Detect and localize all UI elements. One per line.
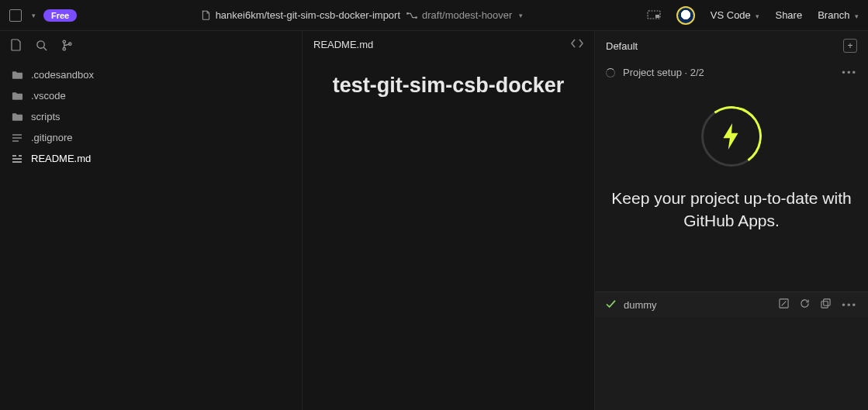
check-icon bbox=[606, 299, 616, 311]
folder-icon bbox=[11, 71, 23, 80]
branch-icon bbox=[406, 11, 417, 20]
editor-tab[interactable]: README.md bbox=[313, 39, 373, 50]
right-panel-body: Keep your project up-to-date with GitHub… bbox=[595, 84, 868, 291]
vscode-button[interactable]: VS Code ▾ bbox=[711, 9, 760, 21]
avatar[interactable] bbox=[676, 6, 695, 25]
editor-body: test-git-sim-csb-docker bbox=[303, 50, 594, 121]
chevron-down-icon[interactable]: ▾ bbox=[32, 12, 36, 19]
setup-progress: 2/2 bbox=[690, 67, 704, 78]
reload-icon[interactable] bbox=[800, 298, 810, 311]
right-panel: Default + Project setup · 2/2 ••• Keep y… bbox=[595, 31, 868, 410]
file-item-label: .gitignore bbox=[31, 132, 72, 143]
lines-icon bbox=[11, 133, 23, 143]
project-setup-row[interactable]: Project setup · 2/2 ••• bbox=[595, 60, 868, 84]
file-item-label: .vscode bbox=[31, 90, 66, 102]
file-item-label: .codesandbox bbox=[31, 69, 94, 81]
plan-badge[interactable]: Free bbox=[43, 9, 77, 22]
topbar: ▾ Free hankei6km/test-git-sim-csb-docker… bbox=[0, 0, 868, 31]
add-panel-button[interactable]: + bbox=[843, 39, 857, 53]
file-item-codesandbox[interactable]: .codesandbox bbox=[0, 64, 302, 85]
popout-icon[interactable] bbox=[821, 298, 831, 311]
svg-rect-3 bbox=[655, 15, 659, 18]
chevron-down-icon: ▾ bbox=[519, 12, 523, 19]
terminal: dummy ••• bbox=[595, 291, 868, 410]
share-button[interactable]: Share bbox=[775, 9, 802, 21]
github-apps-heading: Keep your project up-to-date with GitHub… bbox=[610, 187, 852, 233]
file-item-scripts[interactable]: scripts bbox=[0, 106, 302, 127]
terminal-header: dummy ••• bbox=[595, 292, 868, 317]
search-icon[interactable] bbox=[36, 40, 47, 53]
code-icon[interactable] bbox=[571, 39, 583, 50]
right-panel-title: Default bbox=[606, 40, 638, 52]
branch-name-text: draft/modest-hoover bbox=[422, 9, 512, 21]
file-item-label: scripts bbox=[31, 111, 61, 122]
readme-heading: test-git-sim-csb-docker bbox=[312, 74, 585, 98]
branch-selector[interactable]: draft/modest-hoover ▾ bbox=[406, 9, 523, 21]
spinner-icon bbox=[606, 68, 615, 78]
editor-tabbar: README.md bbox=[303, 31, 594, 50]
file-item-readme[interactable]: README.md bbox=[0, 148, 302, 169]
vscode-label: VS Code bbox=[711, 9, 751, 21]
svg-rect-9 bbox=[821, 301, 828, 308]
devtools-icon[interactable] bbox=[647, 10, 661, 21]
right-panel-header: Default + bbox=[595, 31, 868, 60]
repo-path[interactable]: hankei6km/test-git-sim-csb-docker-import bbox=[201, 9, 400, 21]
file-icon bbox=[201, 10, 211, 20]
svg-point-4 bbox=[37, 40, 44, 47]
svg-point-5 bbox=[63, 40, 65, 43]
terminal-name[interactable]: dummy bbox=[624, 299, 657, 311]
terminal-body[interactable] bbox=[595, 317, 868, 410]
folder-icon bbox=[11, 112, 23, 122]
topbar-left: ▾ Free bbox=[9, 9, 77, 22]
branch-btn-label: Branch bbox=[818, 9, 849, 21]
file-item-gitignore[interactable]: .gitignore bbox=[0, 127, 302, 148]
branch-button[interactable]: Branch ▾ bbox=[818, 9, 859, 21]
file-icon[interactable] bbox=[11, 39, 22, 53]
chevron-down-icon: ▾ bbox=[756, 12, 759, 20]
svg-point-6 bbox=[63, 47, 65, 50]
file-list: .codesandbox .vscode scripts .gitignore … bbox=[0, 61, 302, 172]
editor: README.md test-git-sim-csb-docker bbox=[303, 31, 595, 410]
bolt-progress-icon bbox=[701, 106, 762, 167]
topbar-right: VS Code ▾ Share Branch ▾ bbox=[647, 6, 859, 25]
sidebar-toolbar bbox=[0, 31, 302, 61]
app-menu-icon[interactable] bbox=[9, 9, 22, 22]
readme-icon bbox=[11, 154, 23, 164]
svg-rect-10 bbox=[824, 299, 830, 305]
more-icon[interactable]: ••• bbox=[842, 67, 857, 78]
git-icon[interactable] bbox=[61, 40, 73, 53]
main: .codesandbox .vscode scripts .gitignore … bbox=[0, 31, 868, 410]
more-icon[interactable]: ••• bbox=[842, 299, 857, 311]
chevron-down-icon: ▾ bbox=[855, 12, 859, 20]
topbar-center: hankei6km/test-git-sim-csb-docker-import… bbox=[85, 9, 639, 21]
sidebar: .codesandbox .vscode scripts .gitignore … bbox=[0, 31, 303, 410]
file-item-label: README.md bbox=[31, 153, 91, 164]
terminal-action-1-icon[interactable] bbox=[779, 298, 789, 311]
setup-label: Project setup bbox=[623, 67, 682, 78]
folder-icon bbox=[11, 91, 23, 101]
file-item-vscode[interactable]: .vscode bbox=[0, 85, 302, 106]
repo-path-text: hankei6km/test-git-sim-csb-docker-import bbox=[216, 9, 400, 21]
